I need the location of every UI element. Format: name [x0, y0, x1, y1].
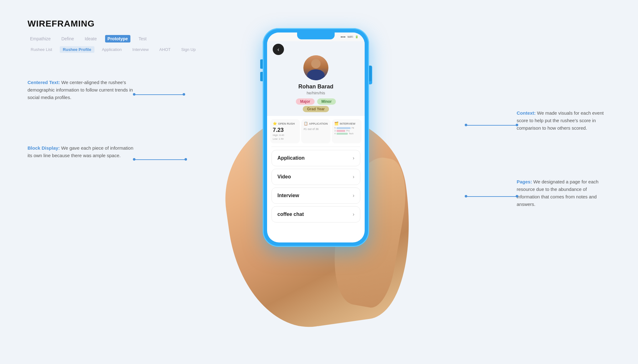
- profile-tags-row2: Grad Year: [303, 106, 329, 112]
- subnav-rushee-list[interactable]: Rushee List: [28, 46, 55, 53]
- list-item-video[interactable]: Video ›: [271, 169, 360, 185]
- volume-down-button[interactable]: [260, 72, 263, 81]
- chevron-interview-icon: ›: [353, 193, 354, 198]
- application-icon: 📋: [304, 122, 308, 126]
- annotation-dot-centered: [133, 93, 135, 96]
- subnav-interview[interactable]: Interview: [129, 46, 152, 53]
- status-bar-signal: ●●●: [341, 35, 346, 38]
- tag-major: Major: [296, 98, 315, 105]
- annotation-dot-context-start: [516, 124, 518, 126]
- annotation-pages: Pages: We designated a page for each res…: [517, 178, 610, 208]
- interview-mini-bars: 5 Fit 3 Pro 4: [334, 127, 359, 135]
- bar-tag-tech: Tech: [349, 132, 353, 135]
- volume-up-button[interactable]: [260, 59, 263, 69]
- bar-row-pro: 3 Pro: [334, 130, 359, 132]
- annotation-dot-centered-end: [183, 93, 185, 96]
- page-title: WIREFRAMING: [28, 19, 95, 29]
- bar-fit: [337, 127, 351, 129]
- list-item-interview-label: Interview: [277, 193, 299, 198]
- avatar: [303, 55, 328, 80]
- tab-test[interactable]: Test: [136, 35, 149, 42]
- chevron-video-icon: ›: [353, 174, 354, 180]
- list-item-coffee-chat-label: coffee chat: [277, 212, 304, 217]
- bar-tag-pro: Pro: [346, 130, 350, 132]
- list-item-interview[interactable]: Interview ›: [271, 187, 360, 204]
- tab-ideate[interactable]: Ideate: [82, 35, 99, 42]
- bar-tech: [337, 133, 348, 135]
- score-card-header-interview: 🗂️ INTERVIEW: [334, 122, 359, 126]
- list-item-application[interactable]: Application ›: [271, 150, 360, 166]
- back-button[interactable]: ‹: [273, 44, 284, 55]
- annotation-line-block: [134, 159, 186, 160]
- score-card-header-open-rush: ⭐ OPEN RUSH: [273, 122, 297, 126]
- open-rush-icon: ⭐: [273, 122, 277, 126]
- annotation-pages-label: Pages:: [517, 179, 532, 184]
- bar-label-3: 3: [334, 130, 336, 132]
- annotation-centered-text-label: Centered Text:: [28, 80, 60, 85]
- avatar-image: [303, 55, 328, 80]
- nav-tabs: Empathize Define Ideate Prototype Test: [28, 35, 149, 42]
- chevron-coffee-chat-icon: ›: [353, 212, 354, 217]
- score-main-open-rush: 7.23: [273, 127, 297, 133]
- subnav-rushee-profile[interactable]: Rushee Profile: [60, 46, 94, 53]
- tag-minor: Minor: [317, 98, 336, 105]
- tag-grad: Grad Year: [303, 106, 329, 112]
- annotation-context: Context: We made visuals for each event …: [517, 109, 610, 132]
- annotation-dot-pages-start: [516, 195, 518, 197]
- interview-icon: 🗂️: [334, 122, 339, 126]
- score-sub-high: High: 8.40: [273, 133, 297, 137]
- annotation-dot-context-end: [465, 124, 467, 126]
- phone-frame: ●●● WiFi 🔋 ‹ Rohan Barad he/him/his: [263, 28, 369, 247]
- annotation-line-centered: [134, 94, 185, 95]
- page: WIREFRAMING Empathize Define Ideate Prot…: [0, 0, 638, 364]
- annotation-dot-block: [133, 158, 135, 161]
- list-item-video-label: Video: [277, 174, 291, 180]
- phone-wrapper: ●●● WiFi 🔋 ‹ Rohan Barad he/him/his: [247, 19, 391, 300]
- score-cards: ⭐ OPEN RUSH 7.23 High: 8.40 Low: 1.50 📋 …: [267, 116, 365, 147]
- annotation-line-context: [467, 125, 517, 126]
- annotation-centered-text: Centered Text: We center-aligned the rus…: [28, 79, 134, 101]
- annotation-block-display-label: Block Display:: [28, 145, 60, 151]
- profile-name: Rohan Barad: [298, 83, 333, 90]
- score-card-interview: 🗂️ INTERVIEW 5 Fit 3: [332, 119, 362, 143]
- bar-label-5: 5: [334, 127, 336, 129]
- bar-row-tech: 4 Tech: [334, 132, 359, 135]
- bar-pro: [337, 130, 345, 132]
- annotation-line-pages: [467, 196, 517, 197]
- power-button[interactable]: [369, 66, 372, 81]
- score-card-open-rush: ⭐ OPEN RUSH 7.23 High: 8.40 Low: 1.50: [270, 119, 300, 143]
- subnav-ahot[interactable]: AHOT: [156, 46, 174, 53]
- bar-label-4: 4: [334, 132, 336, 135]
- tab-define[interactable]: Define: [59, 35, 76, 42]
- subnav-application[interactable]: Application: [99, 46, 125, 53]
- phone-notch: [297, 32, 335, 39]
- bar-tag-fit: Fit: [352, 127, 354, 129]
- phone-screen: ●●● WiFi 🔋 ‹ Rohan Barad he/him/his: [267, 32, 365, 242]
- list-item-application-label: Application: [277, 155, 305, 161]
- annotation-dot-pages-end: [465, 195, 467, 197]
- score-card-header-application: 📋 APPLICATION: [304, 122, 328, 126]
- score-sub-low: Low: 1.50: [273, 137, 297, 141]
- annotation-context-label: Context:: [517, 110, 536, 116]
- bar-row-fit: 5 Fit: [334, 127, 359, 129]
- subnav-signup[interactable]: Sign Up: [178, 46, 199, 53]
- annotation-dot-block-end: [185, 158, 187, 161]
- status-bar-wifi: WiFi: [347, 35, 353, 38]
- list-section: Application › Video › Interview › coffee…: [267, 147, 365, 226]
- score-card-application: 📋 APPLICATION #1 out of 36: [301, 119, 331, 143]
- tab-empathize[interactable]: Empathize: [28, 35, 53, 42]
- profile-pronouns: he/him/his: [306, 91, 325, 95]
- sub-nav: Rushee List Rushee Profile Application I…: [28, 46, 199, 53]
- header: WIREFRAMING: [28, 19, 95, 29]
- score-rank-application: #1 out of 36: [304, 127, 328, 131]
- tab-prototype[interactable]: Prototype: [105, 35, 130, 42]
- annotation-block-display: Block Display: We gave each piece of inf…: [28, 144, 134, 159]
- profile-tags: Major Minor: [296, 98, 336, 105]
- list-item-coffee-chat[interactable]: coffee chat ›: [271, 206, 360, 222]
- chevron-application-icon: ›: [353, 155, 354, 161]
- status-bar-battery: 🔋: [355, 35, 358, 38]
